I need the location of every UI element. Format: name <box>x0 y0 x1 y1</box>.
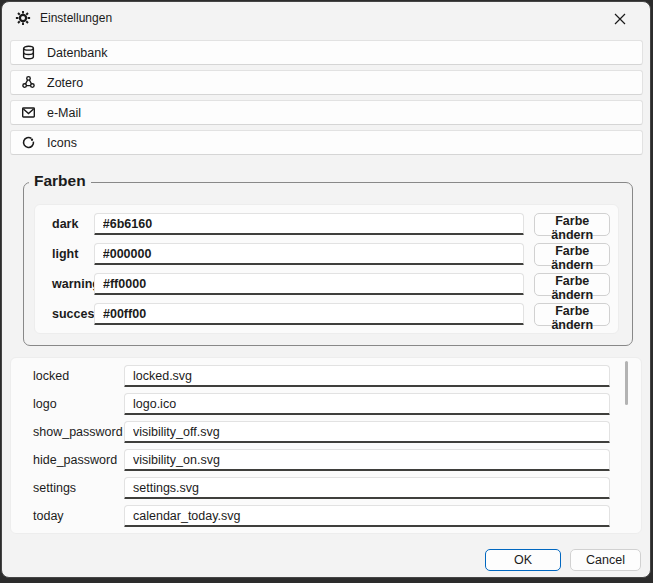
cancel-button[interactable]: Cancel <box>570 549 641 571</box>
section-label: e-Mail <box>47 106 81 120</box>
window-title: Einstellungen <box>40 11 112 25</box>
gear-icon <box>15 10 31 26</box>
close-icon <box>614 13 626 25</box>
color-value-input-success[interactable] <box>94 303 524 325</box>
icon-label: hide_password <box>33 453 124 467</box>
section-list: Datenbank Zotero <box>10 40 643 160</box>
icon-row-hide-password: hide_password <box>33 449 641 471</box>
icons-list-panel: locked logo show_password hide_password … <box>10 357 642 534</box>
mail-icon <box>20 105 36 120</box>
color-row-success: success Farbe ändern <box>43 303 610 325</box>
color-row-light: light Farbe ändern <box>43 243 610 265</box>
icon-label: show_password <box>33 425 124 439</box>
change-color-button-light[interactable]: Farbe ändern <box>534 243 610 266</box>
desktop-background: Einstellungen Datenbank <box>0 0 653 583</box>
scrollbar-thumb[interactable] <box>625 361 628 405</box>
icon-file-input-locked[interactable] <box>124 365 610 387</box>
section-header-icons[interactable]: Icons <box>10 130 643 155</box>
color-label: warning <box>43 277 94 291</box>
close-button[interactable] <box>602 6 638 31</box>
icon-label: today <box>33 509 124 523</box>
change-color-button-warning[interactable]: Farbe ändern <box>534 273 610 296</box>
color-value-input-warning[interactable] <box>94 273 524 295</box>
icon-file-input-hide-password[interactable] <box>124 449 610 471</box>
sync-icon <box>20 135 36 150</box>
zotero-icon <box>20 75 36 90</box>
icon-file-input-logo[interactable] <box>124 393 610 415</box>
icon-file-input-show-password[interactable] <box>124 421 610 443</box>
icon-row-logo: logo <box>33 393 641 415</box>
color-label: light <box>43 247 94 261</box>
icon-file-input-today[interactable] <box>124 505 610 527</box>
section-header-datenbank[interactable]: Datenbank <box>10 40 643 65</box>
settings-dialog: Einstellungen Datenbank <box>1 1 651 578</box>
icon-row-locked: locked <box>33 365 641 387</box>
color-label: dark <box>43 217 94 231</box>
color-row-warning: warning Farbe ändern <box>43 273 610 295</box>
icon-row-show-password: show_password <box>33 421 641 443</box>
farben-title: Farben <box>29 172 91 190</box>
color-row-dark: dark Farbe ändern <box>43 213 610 235</box>
icon-row-today: today <box>33 505 641 527</box>
section-label: Zotero <box>47 76 83 90</box>
icon-row-settings: settings <box>33 477 641 499</box>
color-value-input-dark[interactable] <box>94 213 525 235</box>
icon-label: logo <box>33 397 124 411</box>
change-color-button-dark[interactable]: Farbe ändern <box>534 213 610 236</box>
icon-label: settings <box>33 481 124 495</box>
color-value-input-light[interactable] <box>94 243 525 265</box>
section-header-zotero[interactable]: Zotero <box>10 70 643 95</box>
section-label: Icons <box>47 136 77 150</box>
farben-groupbox: Farben dark Farbe ändern light Farbe änd… <box>23 182 633 346</box>
icon-file-input-settings[interactable] <box>124 477 610 499</box>
section-header-email[interactable]: e-Mail <box>10 100 643 125</box>
icon-label: locked <box>33 369 124 383</box>
farben-panel: dark Farbe ändern light Farbe ändern war… <box>34 204 619 334</box>
ok-button[interactable]: OK <box>485 549 561 571</box>
change-color-button-success[interactable]: Farbe ändern <box>534 303 610 326</box>
color-label: success <box>43 307 94 321</box>
titlebar[interactable]: Einstellungen <box>2 2 650 34</box>
database-icon <box>20 45 36 60</box>
section-label: Datenbank <box>47 46 107 60</box>
